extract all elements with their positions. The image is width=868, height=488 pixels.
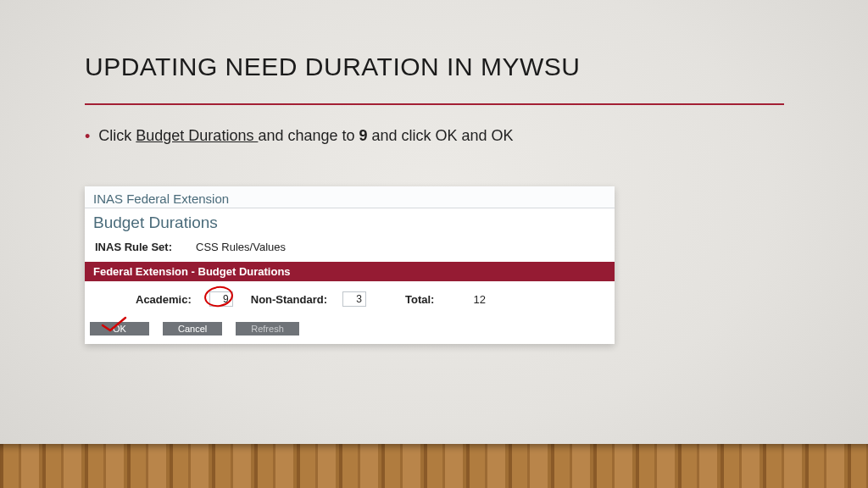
ok-button-wrap: OK [90, 322, 149, 336]
rule-set-value: CSS Rules/Values [196, 241, 286, 253]
title-divider [85, 103, 784, 105]
wood-floor-decoration [0, 444, 868, 488]
academic-label: Academic: [136, 293, 192, 306]
cancel-button[interactable]: Cancel [163, 322, 222, 336]
nonstandard-input[interactable]: 3 [342, 291, 366, 307]
button-bar: OK Cancel Refresh [85, 319, 615, 344]
academic-input[interactable]: 9 [209, 291, 233, 307]
screenshot-panel: INAS Federal Extension Budget Durations … [85, 186, 615, 344]
slide: UPDATING NEED DURATION IN MYWSU • Click … [0, 0, 868, 488]
bullet-icon: • [85, 129, 90, 144]
bullet-underlined: Budget Durations [136, 127, 258, 144]
instruction-bullet: • Click Budget Durations and change to 9… [85, 127, 514, 145]
total-label: Total: [405, 293, 434, 306]
ok-button[interactable]: OK [90, 322, 149, 336]
panel-breadcrumb: INAS Federal Extension [85, 186, 615, 208]
bullet-part: and click OK and OK [368, 127, 514, 144]
rule-set-label: INAS Rule Set: [95, 241, 172, 253]
section-band: Federal Extension - Budget Durations [85, 262, 615, 281]
bullet-part: and change to [258, 127, 359, 144]
nonstandard-label: Non-Standard: [251, 293, 327, 306]
durations-row: Academic: 9 Non-Standard: 3 Total: 12 [85, 281, 615, 319]
total-value: 12 [473, 293, 485, 306]
bullet-text: Click Budget Durations and change to 9 a… [98, 127, 513, 145]
academic-field-wrap: 9 [207, 290, 236, 308]
rule-set-row: INAS Rule Set: CSS Rules/Values [85, 241, 615, 262]
panel-heading: Budget Durations [85, 208, 615, 241]
refresh-button[interactable]: Refresh [236, 322, 299, 336]
slide-title: UPDATING NEED DURATION IN MYWSU [85, 53, 580, 81]
bullet-part: Click [98, 127, 136, 144]
bullet-bold: 9 [359, 127, 368, 144]
